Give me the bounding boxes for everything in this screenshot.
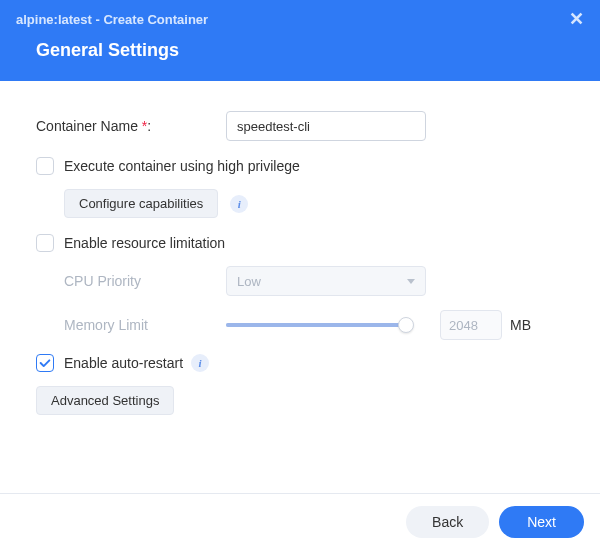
cpu-priority-select: Low: [226, 266, 426, 296]
memory-limit-row: Memory Limit MB: [64, 310, 564, 340]
cpu-priority-value: Low: [237, 274, 261, 289]
container-name-input[interactable]: [226, 111, 426, 141]
slider-fill: [226, 323, 406, 327]
info-icon[interactable]: i: [230, 195, 248, 213]
resource-limit-label: Enable resource limitation: [64, 235, 225, 251]
container-name-label: Container Name *:: [36, 118, 226, 134]
cpu-priority-row: CPU Priority Low: [64, 266, 564, 296]
close-icon[interactable]: ✕: [569, 10, 584, 28]
auto-restart-label: Enable auto-restart: [64, 355, 183, 371]
checkmark-icon: [38, 356, 52, 370]
dialog-footer: Back Next: [0, 493, 600, 550]
titlebar: alpine:latest - Create Container ✕: [0, 0, 600, 34]
auto-restart-checkbox[interactable]: [36, 354, 54, 372]
dialog-title: alpine:latest - Create Container: [16, 12, 208, 27]
configure-caps-block: Configure capabilities i: [64, 189, 564, 218]
section-title: General Settings: [0, 34, 600, 81]
resource-limit-row: Enable resource limitation: [36, 234, 564, 252]
slider-track: [226, 323, 406, 327]
required-asterisk: *: [142, 118, 147, 134]
slider-thumb: [398, 317, 414, 333]
high-privilege-checkbox[interactable]: [36, 157, 54, 175]
memory-limit-input: [440, 310, 502, 340]
back-button[interactable]: Back: [406, 506, 489, 538]
memory-limit-label: Memory Limit: [64, 317, 226, 333]
memory-limit-unit: MB: [510, 317, 531, 333]
dialog-header: alpine:latest - Create Container ✕ Gener…: [0, 0, 600, 81]
configure-capabilities-button[interactable]: Configure capabilities: [64, 189, 218, 218]
resource-limit-checkbox[interactable]: [36, 234, 54, 252]
container-name-row: Container Name *:: [36, 111, 564, 141]
info-icon[interactable]: i: [191, 354, 209, 372]
high-privilege-row: Execute container using high privilege: [36, 157, 564, 175]
dialog-content: Container Name *: Execute container usin…: [0, 81, 600, 415]
high-privilege-label: Execute container using high privilege: [64, 158, 300, 174]
chevron-down-icon: [407, 279, 415, 284]
advanced-settings-button[interactable]: Advanced Settings: [36, 386, 174, 415]
next-button[interactable]: Next: [499, 506, 584, 538]
cpu-priority-label: CPU Priority: [64, 273, 226, 289]
memory-limit-slider: [226, 323, 426, 327]
auto-restart-row: Enable auto-restart i: [36, 354, 564, 372]
